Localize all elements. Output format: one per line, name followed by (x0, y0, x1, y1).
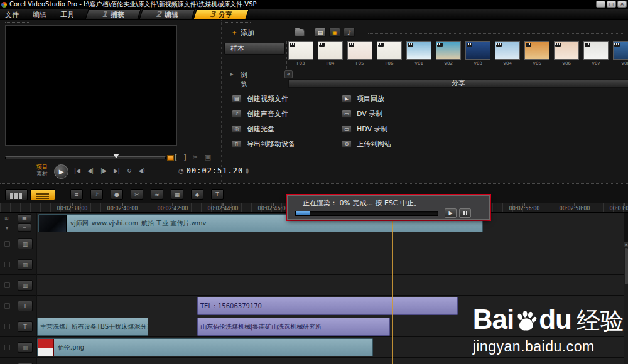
import-folder-icon[interactable] (295, 29, 305, 36)
track-header: ▥ (0, 233, 36, 254)
track-ripple-icon[interactable] (4, 282, 10, 288)
tab-edit[interactable]: 2 编辑 (139, 9, 195, 19)
library-thumbnail[interactable]: V07 (583, 41, 609, 72)
batch-icon[interactable]: ▦ (171, 189, 183, 200)
maximize-button[interactable]: □ (607, 1, 616, 8)
share-option[interactable]: ▭ HDV 录制 (342, 124, 391, 134)
timeline-clip[interactable]: TEL：15606379170 (197, 297, 458, 315)
share-option[interactable]: ⊕ 上传到网站 (342, 139, 391, 149)
library-thumbnail[interactable]: F03 (288, 41, 313, 72)
menu-item[interactable]: 文件 (5, 10, 19, 19)
mobile-icon: ▯ (232, 140, 242, 148)
overlay-track-icon[interactable]: ▥ (18, 280, 33, 291)
film-tag-icon (467, 43, 472, 47)
track-ripple-icon[interactable] (4, 303, 10, 309)
overlay-track-icon[interactable]: ▥ (18, 238, 33, 249)
clip-mode-label[interactable]: 素材 (36, 171, 48, 178)
select-track-icon[interactable]: ⊞ (4, 215, 9, 221)
ruler-timestamp: 00:03:00:00 (610, 203, 628, 211)
render-play-icon[interactable]: ▶ (445, 208, 457, 218)
pause-icon[interactable] (459, 208, 471, 218)
mark-out-icon[interactable]: ] (183, 153, 186, 161)
add-gallery-label[interactable]: 添加 (241, 28, 254, 38)
library-thumbnail[interactable]: V01 (406, 41, 431, 72)
play-button[interactable]: ▶ (54, 164, 68, 179)
overlay-track-icon[interactable]: ▥ (18, 342, 33, 353)
track-header: ▥ (0, 275, 36, 296)
track-ripple-icon[interactable] (4, 324, 10, 329)
record-icon[interactable]: ● (111, 189, 123, 200)
share-option[interactable]: ▭ DV 录制 (342, 109, 391, 119)
timeline-clip[interactable]: 山东佰伦洗煤机械|鲁南矿山洗选机械研究所 (197, 318, 390, 336)
scissors-icon[interactable]: ✂ (193, 153, 198, 161)
collapse-panel-button[interactable]: « (284, 70, 293, 78)
library-thumbnail[interactable]: F06 (377, 41, 402, 72)
track-ripple-icon[interactable] (4, 241, 10, 247)
library-thumbnail[interactable]: V08 (613, 41, 628, 72)
seekbar-marker[interactable] (113, 154, 119, 158)
scrollbar-thumb[interactable] (625, 248, 628, 284)
share-option[interactable]: ◎ 创建光盘 (232, 124, 295, 134)
next-frame-icon[interactable]: |▶ (100, 168, 107, 174)
volume-icon[interactable]: ◀) (138, 168, 144, 174)
share-option[interactable]: ♪ 创建声音文件 (232, 109, 295, 119)
ruler-timestamp: 00:02:38:00 (57, 203, 88, 211)
track-header: ▥ (0, 337, 36, 358)
share-option[interactable]: ▯ 导出到移动设备 (232, 139, 295, 149)
auto-music-icon[interactable]: ♪ (90, 189, 103, 200)
preview-seekbar[interactable] (5, 154, 173, 161)
timeline-view-button[interactable] (30, 189, 55, 200)
trim-end-handle[interactable] (167, 155, 174, 161)
enlarge-icon[interactable]: ▣ (205, 153, 211, 161)
scissors-icon[interactable]: ✂ (131, 189, 143, 200)
scroll-up-icon[interactable]: ▲ (624, 242, 628, 247)
track-ripple-icon[interactable] (4, 262, 10, 267)
sound-mixer-icon[interactable]: ≡ (70, 189, 83, 200)
tab-capture[interactable]: 1 捕获 (85, 9, 141, 19)
gallery-category-sample[interactable]: 样本 (224, 43, 285, 55)
menu-item[interactable]: 工具 (60, 10, 74, 19)
video-media-icon[interactable]: ▤ (315, 28, 326, 37)
storyboard-view-button[interactable] (5, 189, 28, 200)
skip-end-icon[interactable]: ▶| (114, 168, 120, 174)
library-thumbnail[interactable]: V03 (465, 41, 490, 72)
chapter-icon[interactable]: ◆ (191, 189, 203, 200)
timeline-clip[interactable]: 佰伦.png (37, 338, 373, 356)
close-button[interactable]: × (617, 1, 627, 8)
overlay-track-icon[interactable]: ▥ (18, 259, 33, 270)
photo-media-icon[interactable]: ▣ (329, 28, 340, 37)
library-thumbnail[interactable]: V06 (554, 41, 579, 72)
share-option[interactable]: ▤ 创建视频文件 (232, 94, 295, 104)
grid-view-icon[interactable]: ▦ (18, 214, 31, 222)
list-view-icon[interactable]: ≡ (18, 223, 31, 232)
library-thumbnail[interactable]: V04 (495, 41, 520, 72)
prev-frame-icon[interactable]: ◀| (87, 168, 94, 174)
library-thumbnail[interactable]: F04 (318, 41, 343, 72)
audio-media-icon[interactable]: ♪ (344, 28, 355, 37)
dropdown-icon[interactable]: ▾ (6, 225, 8, 231)
project-mode-label[interactable]: 项目 (36, 164, 48, 171)
repeat-icon[interactable]: ↻ (127, 168, 132, 174)
playhead[interactable] (392, 203, 393, 364)
share-option[interactable]: ▶ 项目回放 (342, 94, 391, 104)
subtitle-icon[interactable]: T (211, 189, 224, 200)
timeline-clip[interactable]: 主营洗煤厂所有设备TBS干扰床煤泥分选机 (37, 318, 148, 336)
tab-share[interactable]: 3 分享 (193, 9, 249, 19)
minimize-button[interactable]: – (596, 1, 605, 8)
library-thumbnail[interactable]: V05 (524, 41, 550, 72)
waveform-icon[interactable]: ≈ (151, 189, 163, 200)
title-track-icon[interactable]: T (18, 301, 33, 311)
library-thumbnail[interactable]: F05 (347, 41, 372, 72)
clip-label: 主营洗煤厂所有设备TBS干扰床煤泥分选机 (38, 323, 148, 331)
library-thumbnail[interactable]: V02 (436, 41, 461, 72)
timeline-scrollbar[interactable]: ▲ ▼ (624, 242, 628, 364)
menu-item[interactable]: 编辑 (33, 10, 46, 19)
seekbar-groove[interactable] (5, 156, 166, 159)
browse-label[interactable]: 浏览 (241, 70, 247, 89)
track-ripple-icon[interactable] (4, 345, 10, 350)
skip-start-icon[interactable]: |◀ (74, 168, 80, 174)
film-tag-icon (408, 43, 413, 47)
title-track-icon[interactable]: T (18, 321, 33, 332)
mark-in-icon[interactable]: [ (175, 153, 177, 161)
panel-divider-dots (4, 185, 29, 185)
